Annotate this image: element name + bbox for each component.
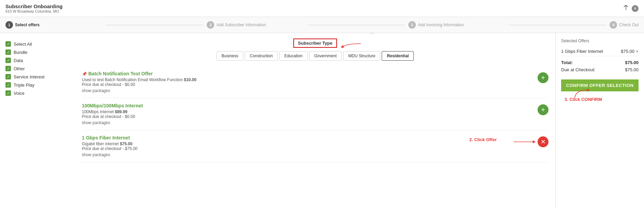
choose-type-arrow (340, 42, 364, 52)
checkbox-voice[interactable] (5, 90, 11, 96)
main-layout: Select All Bundle Data Other Service Int… (0, 33, 644, 208)
sidebar-item-select-all[interactable]: Select All (5, 40, 70, 48)
tab-government[interactable]: Government (309, 51, 342, 61)
header: Subscriber Onboarding 610 W Broadway Col… (0, 0, 644, 17)
sidebar-label-voice: Voice (14, 91, 25, 96)
total-label: Total: (561, 60, 573, 65)
step-2-label: Add Subscriber Information (216, 23, 266, 27)
offer-100mbps-right: + (538, 103, 548, 115)
subscriber-type-section: Subscriber Type 1. Choose Type Business … (82, 39, 548, 61)
tab-residential[interactable]: Residential (382, 51, 414, 61)
close-icon[interactable]: ✕ (632, 5, 639, 12)
checkbox-bundle[interactable] (5, 49, 11, 55)
offer-batch-desc: Used to test Batch Notification Email Wo… (82, 77, 533, 82)
click-offer-annotation: 2. Click Offer (469, 137, 497, 142)
total-row: Total: $75.00 (561, 59, 639, 66)
step-line-2 (308, 25, 405, 25)
step-1: 1 Select offers (5, 21, 103, 29)
tab-education[interactable]: Education (279, 51, 308, 61)
checkbox-data[interactable] (5, 58, 11, 63)
step-4: 4 Check Out (610, 21, 639, 29)
checkbox-triple-play[interactable] (5, 82, 11, 88)
choose-type-annotation: 1. Choose Type (346, 33, 378, 33)
page-title: Subscriber Onboarding (5, 3, 63, 9)
offer-1gbps: 1 Gbps Fiber Internet Gigabit fiber inte… (82, 130, 548, 162)
offer-100mbps-title: 100Mbps/100Mbps Internet (82, 103, 533, 108)
subscriber-type-label: Subscriber Type (293, 39, 337, 48)
offer-batch-title: Batch Notification Test Offer (82, 71, 533, 76)
due-value: $75.00 (625, 67, 639, 72)
header-info: Subscriber Onboarding 610 W Broadway Col… (5, 3, 63, 13)
sidebar-label-select-all: Select All (14, 42, 32, 47)
offer-100mbps-desc: 100Mbps Internet $89.99 (82, 109, 533, 114)
step-4-circle: 4 (610, 21, 617, 29)
step-3: 3 Add Invoicing Information (408, 21, 506, 29)
offer-100mbps-show-packages[interactable]: show packages (82, 120, 533, 125)
offer-batch-right: + (538, 71, 548, 83)
checkbox-service-interest[interactable] (5, 74, 11, 79)
step-1-circle: 1 (5, 21, 13, 29)
selected-offer-name: 1 Gbps Fiber Internet (561, 49, 621, 54)
step-2-circle: 2 (207, 21, 214, 29)
selected-offer-price: $75.00 (621, 49, 634, 54)
sidebar-item-service-interest[interactable]: Service Interest (5, 73, 70, 81)
chevron-down-icon: ∨ (636, 49, 639, 54)
subscriber-tabs: Business Construction Education Governme… (217, 51, 414, 61)
step-line-3 (509, 25, 606, 25)
offer-batch-checkout: Price due at checkout - $0.00 (82, 82, 533, 87)
sidebar: Select All Bundle Data Other Service Int… (0, 33, 75, 208)
sidebar-label-other: Other (14, 66, 25, 71)
due-label: Due at Checkout: (561, 67, 595, 72)
right-panel: Selected Offers 1 Gbps Fiber Internet $7… (555, 33, 644, 208)
signal-icon[interactable] (623, 4, 629, 12)
due-row: Due at Checkout: $75.00 (561, 66, 639, 73)
step-3-circle: 3 (408, 21, 416, 29)
sidebar-label-service-interest: Service Interest (14, 74, 44, 79)
offer-batch-show-packages[interactable]: show packages (82, 88, 533, 93)
sidebar-item-bundle[interactable]: Bundle (5, 48, 70, 56)
sidebar-label-triple-play: Triple Play (14, 83, 34, 88)
sidebar-label-data: Data (14, 58, 23, 63)
step-3-label: Add Invoicing Information (418, 23, 464, 27)
step-line-1 (106, 25, 203, 25)
offer-batch-left: Batch Notification Test Offer Used to te… (82, 71, 533, 93)
sidebar-item-other[interactable]: Other (5, 64, 70, 73)
total-value: $75.00 (625, 60, 639, 65)
offer-1gbps-checkout: Price due at checkout - $75.00 (82, 146, 533, 151)
offer-batch-notification: Batch Notification Test Offer Used to te… (82, 66, 548, 98)
tab-business[interactable]: Business (217, 51, 244, 61)
selected-offer-row-1gbps: 1 Gbps Fiber Internet $75.00 ∨ (561, 47, 639, 56)
header-icons: ✕ (623, 4, 639, 12)
sidebar-item-triple-play[interactable]: Triple Play (5, 81, 70, 89)
progress-bar: 1 Select offers 2 Add Subscriber Informa… (0, 17, 644, 33)
content-area: Subscriber Type 1. Choose Type Business … (75, 33, 555, 208)
offer-1gbps-show-packages[interactable]: show packages (82, 152, 533, 157)
offer-1gbps-remove-button[interactable]: ✕ (538, 136, 548, 147)
sidebar-item-data[interactable]: Data (5, 56, 70, 64)
checkbox-select-all[interactable] (5, 41, 11, 47)
offer-1gbps-left: 1 Gbps Fiber Internet Gigabit fiber inte… (82, 135, 533, 157)
click-offer-arrow (514, 138, 538, 145)
total-section: Total: $75.00 Due at Checkout: $75.00 (561, 56, 639, 76)
tab-construction[interactable]: Construction (245, 51, 278, 61)
checkbox-other[interactable] (5, 66, 11, 71)
selected-offers-title: Selected Offers (561, 39, 639, 43)
offer-100mbps: 100Mbps/100Mbps Internet 100Mbps Interne… (82, 98, 548, 130)
offer-batch-add-button[interactable]: + (538, 72, 548, 83)
tab-mdu-structure[interactable]: MDU Structure (343, 51, 380, 61)
step-2: 2 Add Subscriber Information (207, 21, 304, 29)
offer-100mbps-add-button[interactable]: + (538, 104, 548, 115)
page-subtitle: 610 W Broadway Columbia, MO (5, 9, 63, 13)
confirm-arrow (571, 87, 599, 100)
step-1-label: Select offers (15, 23, 40, 27)
offer-100mbps-left: 100Mbps/100Mbps Internet 100Mbps Interne… (82, 103, 533, 125)
sidebar-item-voice[interactable]: Voice (5, 89, 70, 97)
step-4-label: Check Out (619, 23, 639, 27)
offer-1gbps-desc: Gigabit fiber internet $75.00 (82, 141, 533, 146)
sidebar-label-bundle: Bundle (14, 50, 27, 55)
confirm-annotation-section: 3. Click CONFIRM (561, 97, 639, 102)
offer-100mbps-checkout: Price due at checkout - $0.00 (82, 114, 533, 119)
offer-1gbps-right: 2. Click Offer ✕ (538, 135, 548, 147)
offer-1gbps-title: 1 Gbps Fiber Internet (82, 135, 533, 140)
